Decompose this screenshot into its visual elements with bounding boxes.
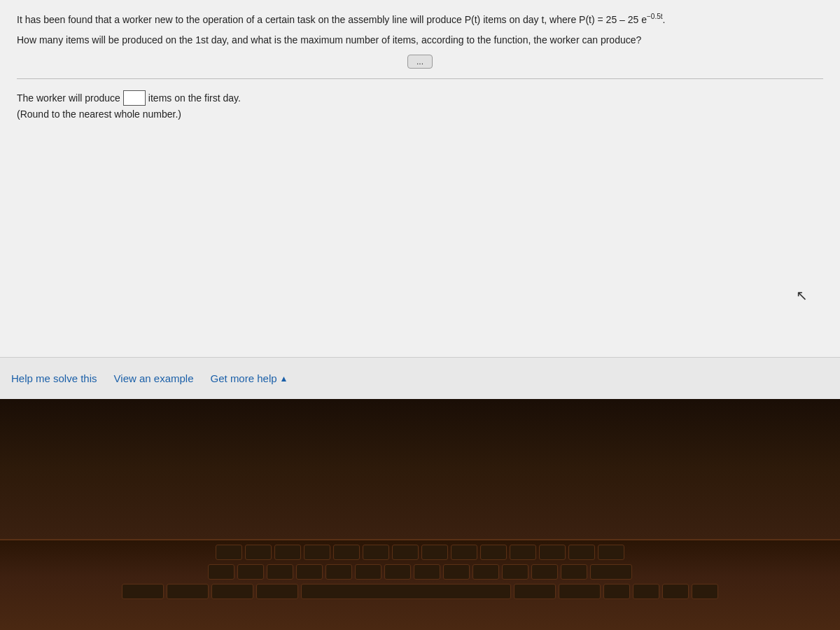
key-1 [237, 564, 264, 580]
key-equals [561, 564, 587, 580]
key-f3 [304, 545, 330, 560]
key-f4 [333, 545, 360, 560]
key-9 [472, 564, 499, 580]
key-0 [502, 564, 528, 580]
key-backspace [590, 564, 632, 580]
answer-row: The worker will produce items on the fir… [17, 90, 823, 106]
main-content-panel: It has been found that a worker new to t… [0, 0, 840, 399]
help-me-solve-button[interactable]: Help me solve this [11, 372, 97, 384]
key-left [603, 584, 630, 599]
round-note: (Round to the nearest whole number.) [17, 108, 823, 120]
question-text-part1: It has been found that a worker new to t… [17, 14, 647, 25]
view-example-button[interactable]: View an example [114, 372, 194, 384]
key-tilde [208, 564, 234, 580]
key-f11 [539, 545, 566, 560]
key-f10 [510, 545, 536, 560]
key-win [211, 584, 253, 599]
key-space [301, 584, 511, 599]
keyboard-row-2 [0, 560, 840, 580]
key-5 [355, 564, 382, 580]
key-8 [443, 564, 470, 580]
key-alt-right [514, 584, 556, 599]
answer-suffix: items on the first day. [148, 92, 241, 104]
cursor-arrow-icon: ↖ [796, 287, 808, 304]
key-f12 [568, 545, 595, 560]
key-del [598, 545, 624, 560]
question-line1: It has been found that a worker new to t… [17, 13, 823, 27]
keyboard-area [0, 539, 840, 630]
answer-prefix: The worker will produce [17, 92, 120, 104]
key-f1 [245, 545, 272, 560]
key-minus [531, 564, 558, 580]
key-alt [256, 584, 298, 599]
key-down [662, 584, 689, 599]
key-f9 [480, 545, 507, 560]
key-esc [216, 545, 242, 560]
laptop-body: ⊞ 🔍 📄 🎬 🌐 ⠿ 📁 🔴 ✉ ❖ [0, 399, 840, 630]
more-options-button[interactable]: ... [407, 55, 433, 69]
key-f6 [392, 545, 419, 560]
key-ctrl-left [122, 584, 164, 599]
key-7 [414, 564, 440, 580]
key-f2 [274, 545, 301, 560]
get-more-help-button[interactable]: Get more help ▲ [211, 372, 288, 384]
keyboard-row-spacebar [0, 580, 840, 599]
key-up [633, 584, 659, 599]
exponent: −0.5t [647, 13, 663, 20]
key-right [692, 584, 718, 599]
answer-input[interactable] [123, 90, 146, 106]
key-2 [267, 564, 293, 580]
get-more-help-label: Get more help [211, 372, 277, 384]
key-fn [167, 584, 209, 599]
separator [17, 78, 823, 79]
key-f5 [363, 545, 389, 560]
key-f7 [421, 545, 448, 560]
action-bar: Help me solve this View an example Get m… [0, 357, 840, 399]
chevron-up-icon: ▲ [280, 374, 288, 384]
question-line2: How many items will be produced on the 1… [17, 33, 823, 48]
key-ctrl-right [559, 584, 601, 599]
keyboard-row-1 [0, 540, 840, 560]
key-4 [326, 564, 352, 580]
key-3 [296, 564, 323, 580]
key-f8 [451, 545, 477, 560]
key-6 [384, 564, 411, 580]
